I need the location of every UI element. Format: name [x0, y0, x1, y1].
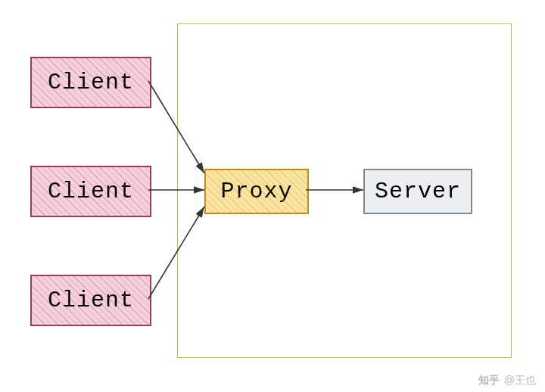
zhihu-logo-icon: 知乎 [478, 374, 500, 387]
server-label: Server [375, 179, 461, 204]
watermark: 知乎 @王也 [478, 374, 536, 387]
client-label: Client [48, 70, 134, 95]
client-box-1: Client [30, 57, 151, 108]
watermark-author: @王也 [504, 374, 536, 387]
client-label: Client [48, 179, 134, 204]
proxy-box: Proxy [204, 169, 309, 214]
diagram-stage: Client Client Client Proxy Server 知乎 @王也 [0, 0, 545, 392]
client-box-2: Client [30, 166, 151, 217]
server-box: Server [363, 169, 472, 214]
client-box-3: Client [30, 275, 151, 326]
client-label: Client [48, 288, 134, 313]
proxy-label: Proxy [220, 179, 292, 204]
